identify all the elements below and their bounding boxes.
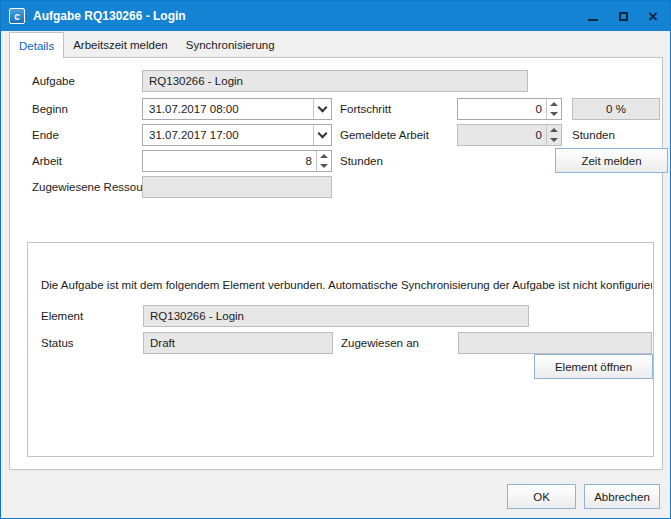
minimize-button[interactable] — [578, 1, 608, 31]
window-title: Aufgabe RQ130266 - Login — [33, 9, 186, 23]
ende-dropdown-button[interactable] — [313, 125, 331, 145]
app-icon: c — [9, 8, 25, 24]
task-dialog: c Aufgabe RQ130266 - Login × Details Arb… — [0, 0, 671, 519]
titlebar[interactable]: c Aufgabe RQ130266 - Login × — [1, 1, 670, 31]
status-label: Status — [41, 332, 74, 354]
spinner-up-button — [547, 125, 561, 135]
arrow-up-icon — [320, 154, 328, 158]
close-icon: × — [648, 8, 658, 25]
ok-button[interactable]: OK — [507, 484, 576, 509]
zugewiesene-ressource-label: Zugewiesene Ressource — [32, 176, 159, 198]
tab-synchronisierung[interactable]: Synchronisierung — [177, 32, 284, 58]
arrow-down-icon — [320, 164, 328, 168]
arbeit-unit-label: Stunden — [340, 150, 383, 172]
tab-arbeitszeit-melden[interactable]: Arbeitszeit melden — [64, 32, 177, 58]
zugewiesen-an-label: Zugewiesen an — [341, 332, 419, 354]
cancel-button[interactable]: Abbrechen — [584, 484, 660, 509]
chevron-down-icon — [318, 128, 328, 138]
element-label: Element — [41, 305, 83, 327]
window-controls: × — [578, 1, 668, 31]
zugewiesene-ressource-field — [142, 176, 332, 198]
details-panel: Aufgabe RQ130266 - Login Beginn 31.07.20… — [9, 57, 663, 470]
spinner-down-button — [547, 135, 561, 145]
gemeldete-arbeit-value: 0 — [462, 125, 542, 145]
fortschritt-spinner-buttons — [546, 99, 561, 119]
gemeldete-arbeit-spinner: 0 — [457, 124, 562, 146]
chevron-down-icon — [318, 102, 328, 112]
fortschritt-label: Fortschritt — [340, 98, 391, 120]
fortschritt-percent-field: 0 % — [572, 98, 660, 120]
arbeit-spinner-buttons — [316, 151, 331, 171]
element-field: RQ130266 - Login — [143, 305, 529, 327]
ende-value: 31.07.2017 17:00 — [149, 125, 311, 145]
zeit-melden-button[interactable]: Zeit melden — [555, 148, 668, 173]
spinner-down-button[interactable] — [547, 109, 561, 119]
arbeit-label: Arbeit — [32, 150, 62, 172]
aufgabe-field: RQ130266 - Login — [142, 70, 528, 92]
fortschritt-spinner[interactable]: 0 — [457, 98, 562, 120]
gemeldete-arbeit-unit-label: Stunden — [572, 124, 615, 146]
ende-label: Ende — [32, 124, 59, 146]
minimize-icon — [588, 19, 598, 21]
gemeldete-arbeit-label: Gemeldete Arbeit — [340, 124, 429, 146]
spinner-up-button[interactable] — [317, 151, 331, 161]
beginn-label: Beginn — [32, 98, 68, 120]
beginn-datepicker[interactable]: 31.07.2017 08:00 — [142, 98, 332, 120]
beginn-dropdown-button[interactable] — [313, 99, 331, 119]
arrow-down-icon — [550, 112, 558, 116]
tabbar: Details Arbeitszeit melden Synchronisier… — [9, 32, 284, 58]
zugewiesen-an-field — [458, 332, 652, 354]
sync-info-text: Die Aufgabe ist mit dem folgendem Elemen… — [41, 279, 652, 291]
arrow-up-icon — [550, 102, 558, 106]
aufgabe-label: Aufgabe — [32, 70, 75, 92]
arrow-up-icon — [550, 128, 558, 132]
arbeit-value: 8 — [147, 151, 312, 171]
fortschritt-value: 0 — [462, 99, 542, 119]
spinner-down-button[interactable] — [317, 161, 331, 171]
ende-datepicker[interactable]: 31.07.2017 17:00 — [142, 124, 332, 146]
element-oeffnen-button[interactable]: Element öffnen — [534, 354, 653, 379]
beginn-value: 31.07.2017 08:00 — [149, 99, 311, 119]
spinner-up-button[interactable] — [547, 99, 561, 109]
close-button[interactable]: × — [638, 1, 668, 31]
arbeit-spinner[interactable]: 8 — [142, 150, 332, 172]
maximize-icon — [619, 12, 628, 21]
tab-details[interactable]: Details — [9, 32, 64, 58]
gemeldete-arbeit-spinner-buttons — [546, 125, 561, 145]
sync-groupbox: Die Aufgabe ist mit dem folgendem Elemen… — [27, 242, 654, 457]
maximize-button[interactable] — [608, 1, 638, 31]
arrow-down-icon — [550, 138, 558, 142]
status-field: Draft — [143, 332, 333, 354]
